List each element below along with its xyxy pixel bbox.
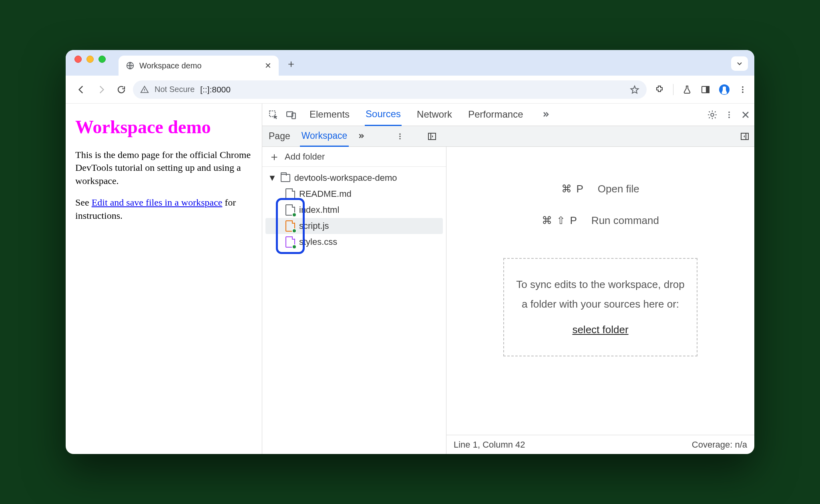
- page-heading: Workspace demo: [75, 115, 252, 140]
- tutorial-link[interactable]: Edit and save files in a workspace: [92, 197, 223, 208]
- dropzone-line1: To sync edits to the workspace, drop: [516, 275, 685, 294]
- workspace-dropzone[interactable]: To sync edits to the workspace, drop a f…: [503, 258, 697, 356]
- minimize-window-button[interactable]: [86, 56, 94, 63]
- svg-point-10: [728, 111, 730, 113]
- traffic-lights: [72, 56, 110, 70]
- hint-run-command: ⌘ ⇧ P Run command: [542, 214, 659, 227]
- devtools-kebab-icon[interactable]: [725, 110, 734, 119]
- back-button[interactable]: [73, 81, 90, 98]
- show-navigator-icon[interactable]: [427, 132, 437, 141]
- subtab-workspace[interactable]: Workspace: [300, 126, 349, 147]
- devtools-close-icon[interactable]: [741, 110, 750, 120]
- file-navigator: ＋ Add folder ▼ devtools-workspace-demo R: [262, 147, 446, 454]
- tree-file-script[interactable]: script.js: [265, 218, 443, 234]
- tab-strip: Workspace demo ✕ ＋: [66, 50, 754, 76]
- toolbar: Not Secure [::]:8000: [66, 76, 754, 104]
- security-label: Not Secure: [155, 85, 195, 94]
- devtools-right-controls: [707, 110, 750, 120]
- file-name: index.html: [299, 205, 339, 215]
- tab-network[interactable]: Network: [416, 104, 453, 125]
- coverage-status: Coverage: n/a: [692, 440, 747, 450]
- subtab-more-icon[interactable]: [357, 132, 366, 141]
- file-icon-css: [285, 236, 295, 248]
- close-window-button[interactable]: [74, 56, 82, 63]
- hint-cmd-label: Run command: [591, 214, 659, 227]
- svg-point-3: [742, 86, 744, 88]
- bookmark-icon[interactable]: [630, 85, 639, 94]
- svg-point-9: [711, 113, 714, 116]
- devtools-panel: Elements Sources Network Performance: [262, 104, 754, 454]
- disclosure-triangle-icon[interactable]: ▼: [268, 173, 277, 183]
- tab-performance[interactable]: Performance: [467, 104, 524, 125]
- subtab-kebab-icon[interactable]: [396, 132, 404, 140]
- more-tabs-icon[interactable]: [539, 108, 553, 122]
- panel-icon[interactable]: [701, 85, 710, 94]
- devtools-tabs: Elements Sources Network Performance: [309, 104, 704, 126]
- rendered-page: Workspace demo This is the demo page for…: [66, 104, 262, 454]
- inspect-icon[interactable]: [266, 108, 281, 122]
- globe-icon: [126, 61, 135, 70]
- file-icon-js: [285, 220, 295, 232]
- address-bar[interactable]: Not Secure [::]:8000: [133, 80, 647, 99]
- folder-icon: [281, 174, 290, 182]
- svg-rect-2: [706, 86, 709, 93]
- devtools-body: ＋ Add folder ▼ devtools-workspace-demo R: [262, 147, 754, 454]
- browser-tab[interactable]: Workspace demo ✕: [119, 56, 279, 76]
- settings-gear-icon[interactable]: [707, 110, 718, 120]
- file-name: script.js: [299, 221, 329, 231]
- svg-point-4: [742, 89, 744, 90]
- svg-point-13: [400, 133, 401, 134]
- show-debugger-icon[interactable]: [740, 132, 750, 141]
- toolbar-right-icons: [650, 84, 747, 95]
- subtab-page[interactable]: Page: [267, 126, 292, 146]
- close-tab-icon[interactable]: ✕: [265, 61, 271, 70]
- tab-sources[interactable]: Sources: [365, 104, 402, 126]
- kbd-open-file: ⌘ P: [561, 183, 584, 195]
- warning-icon: [140, 85, 149, 94]
- url-text: [::]:8000: [200, 85, 231, 94]
- page-paragraph-1: This is the demo page for the official C…: [75, 148, 252, 187]
- devtools-top-bar: Elements Sources Network Performance: [262, 104, 754, 126]
- svg-point-14: [400, 136, 401, 137]
- svg-point-5: [742, 91, 744, 93]
- folder-name: devtools-workspace-demo: [294, 173, 397, 183]
- file-icon-html: [285, 204, 295, 216]
- file-tree: ▼ devtools-workspace-demo README.md: [262, 167, 446, 253]
- add-folder-button[interactable]: ＋ Add folder: [262, 147, 446, 167]
- editor-statusbar: Line 1, Column 42 Coverage: n/a: [446, 435, 754, 454]
- tree-folder[interactable]: ▼ devtools-workspace-demo: [265, 170, 443, 186]
- new-tab-button[interactable]: ＋: [286, 57, 296, 71]
- svg-point-11: [728, 114, 730, 116]
- editor-hints: ⌘ P Open file ⌘ ⇧ P Run command To sync …: [446, 147, 754, 435]
- kbd-run-command: ⌘ ⇧ P: [542, 214, 578, 227]
- svg-point-12: [728, 116, 730, 118]
- dropzone-line2: a folder with your sources here or:: [516, 294, 685, 314]
- select-folder-link[interactable]: select folder: [572, 324, 628, 336]
- forward-button[interactable]: [93, 81, 110, 98]
- maximize-window-button[interactable]: [98, 56, 106, 63]
- sources-subbar: Page Workspace: [262, 126, 754, 147]
- profile-avatar[interactable]: [719, 84, 730, 95]
- tree-file-readme[interactable]: README.md: [265, 186, 443, 202]
- svg-point-15: [400, 138, 401, 139]
- content-area: Workspace demo This is the demo page for…: [66, 104, 754, 454]
- tab-title: Workspace demo: [139, 61, 201, 70]
- device-toggle-icon[interactable]: [284, 108, 298, 122]
- tree-file-styles[interactable]: styles.css: [265, 234, 443, 250]
- add-folder-label: Add folder: [285, 152, 325, 162]
- kebab-menu-icon[interactable]: [738, 85, 747, 94]
- hint-open-label: Open file: [598, 183, 639, 195]
- file-name: styles.css: [299, 237, 337, 247]
- expand-dropdown-button[interactable]: [731, 56, 748, 71]
- tab-elements[interactable]: Elements: [309, 104, 350, 125]
- extensions-icon[interactable]: [655, 85, 664, 94]
- lab-icon[interactable]: [682, 85, 692, 94]
- page-see-text: See: [75, 197, 92, 208]
- cursor-position: Line 1, Column 42: [454, 440, 525, 450]
- page-paragraph-2: See Edit and save files in a workspace f…: [75, 196, 252, 222]
- reload-button[interactable]: [113, 81, 130, 98]
- divider: [673, 84, 673, 95]
- editor-pane: ⌘ P Open file ⌘ ⇧ P Run command To sync …: [446, 147, 754, 454]
- browser-window: Workspace demo ✕ ＋ Not Secure [::]:8000: [66, 50, 754, 454]
- tree-file-index[interactable]: index.html: [265, 202, 443, 218]
